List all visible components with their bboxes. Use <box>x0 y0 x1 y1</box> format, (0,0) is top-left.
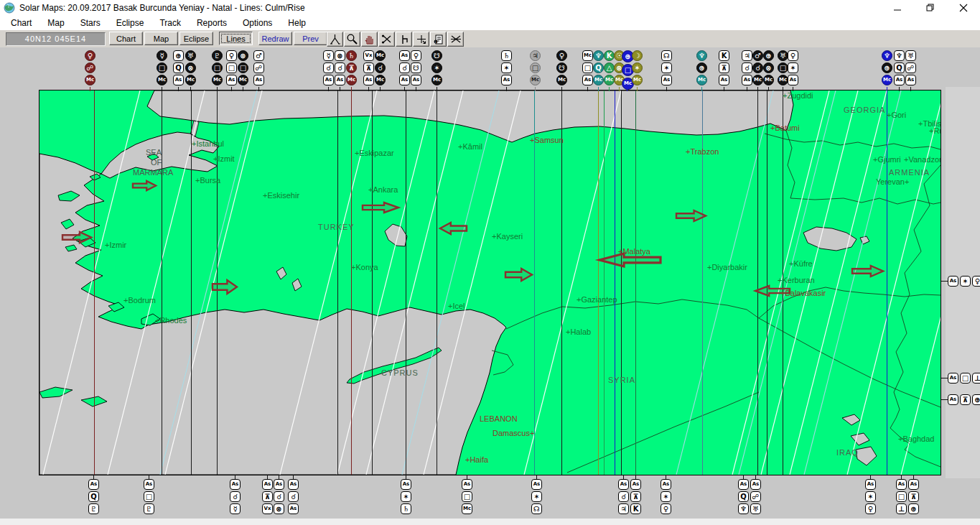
top-glyph-stack: ♃☌As <box>742 50 752 87</box>
eclipse-button[interactable]: Eclipse <box>179 32 213 45</box>
map-label: +Vanadzor <box>904 156 941 164</box>
map-label: +Gaziantep <box>577 296 617 304</box>
bottom-glyph-stack: As✶♄ <box>401 479 411 516</box>
zoom-tool-icon <box>346 33 358 45</box>
astro-glyph-badge: ✶ <box>661 62 672 73</box>
bottom-margin <box>0 519 980 525</box>
prev-button[interactable]: Prev <box>294 32 327 45</box>
stack-tail <box>598 87 599 91</box>
astro-glyph-badge: ✶ <box>960 276 971 287</box>
stack-tail <box>783 87 783 91</box>
menu-options[interactable]: Options <box>235 17 280 29</box>
restore-button[interactable] <box>914 0 947 16</box>
close-button[interactable] <box>947 0 980 16</box>
astro-glyph-badge: ✶ <box>531 491 542 502</box>
astro-glyph-badge: □ <box>226 62 237 73</box>
bottom-glyph-stack: As✶☊ <box>531 479 542 516</box>
menu-bar: ChartMapStarsEclipseTrackReportsOptionsH… <box>0 16 980 30</box>
divider-tool-button[interactable] <box>327 32 343 47</box>
bottom-glyph-stack: As✶♀ <box>865 479 876 516</box>
toolbar: 40N12 045E14 ChartMapEclipseLinesRedrawP… <box>0 30 980 48</box>
lines-button[interactable]: Lines <box>219 32 253 45</box>
pan-hand-tool-button[interactable] <box>361 32 378 47</box>
astro-glyph-badge: ⊼ <box>346 62 357 73</box>
stack-tail <box>637 87 638 91</box>
cross-lines-tool-button[interactable] <box>447 32 464 47</box>
top-glyph-stack: ♀□As <box>226 50 237 87</box>
astro-glyph-badge: ♆ <box>894 50 905 61</box>
top-glyph-stack: ♄⊼Mc <box>346 50 357 87</box>
map-label: +Izmit <box>213 155 235 163</box>
stack-tail <box>231 87 232 91</box>
map-button[interactable]: Map <box>144 32 178 45</box>
astro-glyph-badge: As <box>661 479 671 490</box>
astro-glyph-badge: □ <box>778 62 788 73</box>
astro-glyph-badge: Mc <box>763 75 774 85</box>
zoom-tool-button[interactable] <box>344 32 360 47</box>
menu-chart[interactable]: Chart <box>3 17 39 29</box>
bottom-glyph-stack: As□⊥ <box>896 479 907 516</box>
stack-tail <box>340 87 340 91</box>
stack-tail <box>217 87 218 91</box>
locate-tool-button[interactable] <box>413 32 429 47</box>
bottom-glyph-stack: As□Mc <box>462 479 472 516</box>
astro-glyph-badge: ⊕ <box>908 503 919 514</box>
stack-tail <box>351 87 352 91</box>
astro-glyph-badge: ♀ <box>788 50 798 61</box>
stack-tail <box>627 87 627 91</box>
map-label: +Batumi <box>770 124 800 132</box>
info-report-tool-button[interactable]: i <box>430 32 447 47</box>
menu-help[interactable]: Help <box>280 17 314 29</box>
locate-tool-icon <box>415 33 427 45</box>
astro-map[interactable]: SEAOFMARMARA+Istanbul+Izmit+Bursa+Eskise… <box>39 90 941 475</box>
map-label: +Rustavi <box>929 127 941 135</box>
menu-eclipse[interactable]: Eclipse <box>108 17 152 29</box>
astro-glyph-badge: Mc <box>882 75 892 85</box>
astro-glyph-badge: ♃ <box>618 503 629 514</box>
astro-glyph-badge: ♆ <box>696 50 707 61</box>
bottom-glyph-stack: As☌♃ <box>618 479 629 516</box>
astro-glyph-badge: Mc <box>85 75 95 85</box>
astro-glyph-badge: As <box>630 479 641 490</box>
astro-glyph-badge: ☌ <box>323 62 334 73</box>
stack-tail <box>437 87 437 91</box>
astro-glyph-badge: ⊼ <box>630 491 641 502</box>
astro-glyph-badge: As <box>948 373 958 384</box>
map-label: CYPRUS <box>381 369 419 377</box>
menu-map[interactable]: Map <box>39 17 72 29</box>
astro-glyph-badge: As <box>719 75 729 85</box>
minimize-button[interactable] <box>881 0 914 16</box>
astro-glyph-badge: Q <box>88 491 99 502</box>
bottom-glyph-stack: As✶♀ <box>661 479 671 516</box>
redraw-button[interactable]: Redraw <box>258 32 292 45</box>
map-label: +Haifa <box>465 456 488 464</box>
top-glyph-stack: ♆⊕Mc <box>696 50 707 87</box>
title-bar: Solar Maps: 20.09.2017 Basak Burcunda Ye… <box>0 0 980 17</box>
astro-glyph-badge: ⊕ <box>882 62 892 73</box>
stack-tail <box>328 87 329 91</box>
top-glyph-stack: ♀✶As <box>788 50 798 87</box>
menu-stars[interactable]: Stars <box>73 17 108 29</box>
astro-glyph-badge: K <box>630 503 641 514</box>
top-glyph-stack: ♅□Mc <box>778 50 788 87</box>
chart-button[interactable]: Chart <box>109 32 143 45</box>
astro-glyph-badge: As <box>948 276 958 287</box>
clamp-tool-button[interactable] <box>396 32 412 47</box>
astro-glyph-badge: ⊼ <box>363 62 374 73</box>
stack-tail <box>90 87 90 91</box>
cut-lines-tool-button[interactable] <box>378 32 395 47</box>
astro-glyph-badge: ✶ <box>632 62 643 73</box>
top-glyph-stack: As☌As <box>399 50 410 87</box>
top-glyph-stack: ♂☌Mc <box>752 50 763 87</box>
astro-glyph-badge: ☋ <box>431 50 442 61</box>
map-label: +Zugdidi <box>783 92 813 100</box>
map-label: +Gori <box>887 111 906 119</box>
map-label: +Trabzon <box>686 148 719 156</box>
astro-glyph-badge: Mc <box>556 75 567 85</box>
minimize-icon <box>894 4 902 12</box>
astro-glyph-badge: Vx <box>262 503 273 514</box>
astro-glyph-badge: Q <box>173 62 184 73</box>
menu-track[interactable]: Track <box>151 17 189 29</box>
menu-reports[interactable]: Reports <box>189 17 235 29</box>
stack-tail <box>623 475 624 479</box>
